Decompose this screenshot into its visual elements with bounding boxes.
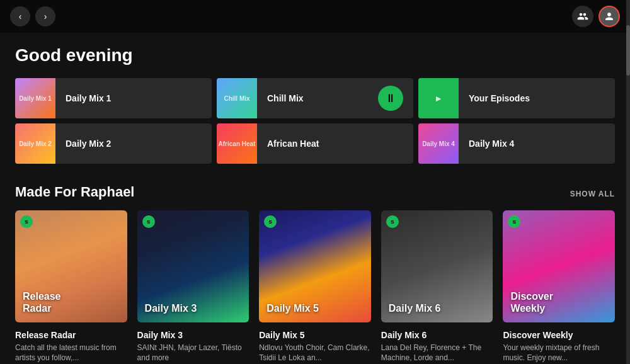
quick-thumb-chill-mix: Chill Mix	[217, 78, 257, 118]
quick-item-daily-mix-4[interactable]: Daily Mix 4 Daily Mix 4	[418, 123, 615, 164]
made-for-title: Made For Raphael	[15, 184, 134, 200]
quick-label-your-episodes: Your Episodes	[459, 93, 615, 103]
thumb-inner-african-heat: African Heat	[217, 123, 257, 164]
user-avatar-button[interactable]	[598, 6, 620, 27]
card-thumb-label-release-radar: ReleaseRadar	[23, 290, 61, 314]
spotify-dot-daily-mix-3: S	[142, 215, 155, 228]
show-all-button[interactable]: Show all	[570, 190, 615, 198]
quick-label-african-heat: African Heat	[257, 139, 413, 149]
card-thumb-inner-release-radar: ReleaseRadar	[15, 210, 127, 322]
made-for-section-header: Made For Raphael Show all	[15, 184, 615, 200]
card-thumb-inner-discover-weekly: DiscoverWeekly	[503, 210, 615, 322]
card-thumb-inner-daily-mix-3: Daily Mix 3	[137, 210, 249, 322]
card-desc-daily-mix-6: Lana Del Rey, Florence + The Machine, Lo…	[381, 343, 493, 364]
cards-row: S ReleaseRadar Release Radar Catch all t…	[15, 210, 615, 363]
card-daily-mix-3[interactable]: S Daily Mix 3 Daily Mix 3 SAINt JHN, Maj…	[137, 210, 249, 363]
card-thumb-label-daily-mix-6: Daily Mix 6	[389, 302, 441, 314]
card-desc-daily-mix-5: Ndlovu Youth Choir, Cam Clarke, Tsidii L…	[259, 343, 371, 364]
quick-item-african-heat[interactable]: African Heat African Heat	[217, 123, 413, 164]
thumb-inner-daily-mix-2: Daily Mix 2	[15, 123, 55, 164]
card-thumb-daily-mix-3: S Daily Mix 3	[137, 210, 249, 322]
card-title-daily-mix-3: Daily Mix 3	[137, 330, 249, 340]
quick-thumb-your-episodes: ▶	[418, 78, 459, 118]
quick-thumb-daily-mix-2: Daily Mix 2	[15, 123, 55, 164]
forward-button[interactable]: ›	[35, 6, 55, 26]
scrollbar-track[interactable]	[626, 0, 630, 364]
pause-button-chill-mix[interactable]: ⏸	[378, 86, 403, 111]
quick-item-your-episodes[interactable]: ▶ Your Episodes	[418, 78, 615, 118]
card-desc-release-radar: Catch all the latest music from artists …	[15, 343, 127, 364]
card-discover-weekly[interactable]: S DiscoverWeekly Discover Weekly Your we…	[503, 210, 615, 363]
scrollbar-thumb[interactable]	[626, 25, 630, 76]
quick-thumb-daily-mix-1: Daily Mix 1	[15, 78, 55, 118]
quick-item-chill-mix[interactable]: Chill Mix Chill Mix ⏸	[217, 78, 413, 118]
nav-buttons: ‹ ›	[10, 6, 55, 26]
card-title-release-radar: Release Radar	[15, 330, 127, 340]
card-thumb-discover-weekly: S DiscoverWeekly	[503, 210, 615, 322]
quick-thumb-african-heat: African Heat	[217, 123, 257, 164]
thumb-inner-your-episodes: ▶	[418, 78, 459, 118]
card-desc-discover-weekly: Your weekly mixtape of fresh music. Enjo…	[503, 343, 615, 364]
back-button[interactable]: ‹	[10, 6, 30, 26]
card-thumb-label-discover-weekly: DiscoverWeekly	[510, 290, 553, 314]
quick-access-grid: Daily Mix 1 Daily Mix 1 Chill Mix Chill …	[15, 78, 615, 164]
card-release-radar[interactable]: S ReleaseRadar Release Radar Catch all t…	[15, 210, 127, 363]
card-title-daily-mix-5: Daily Mix 5	[259, 330, 371, 340]
main-content: Good evening Daily Mix 1 Daily Mix 1 Chi…	[0, 33, 630, 364]
thumb-inner-daily-mix-1: Daily Mix 1	[15, 78, 55, 118]
quick-item-daily-mix-1[interactable]: Daily Mix 1 Daily Mix 1	[15, 78, 212, 118]
quick-label-daily-mix-4: Daily Mix 4	[459, 139, 615, 149]
thumb-inner-daily-mix-4: Daily Mix 4	[418, 123, 459, 164]
card-thumb-daily-mix-5: S Daily Mix 5	[259, 210, 371, 322]
card-title-daily-mix-6: Daily Mix 6	[381, 330, 493, 340]
card-desc-daily-mix-3: SAINt JHN, Major Lazer, Tiësto and more	[137, 343, 249, 364]
quick-item-daily-mix-2[interactable]: Daily Mix 2 Daily Mix 2	[15, 123, 212, 164]
header-right	[572, 6, 620, 27]
quick-label-daily-mix-1: Daily Mix 1	[55, 93, 212, 103]
thumb-inner-chill-mix: Chill Mix	[217, 78, 257, 118]
card-daily-mix-5[interactable]: S Daily Mix 5 Daily Mix 5 Ndlovu Youth C…	[259, 210, 371, 363]
quick-thumb-daily-mix-4: Daily Mix 4	[418, 123, 459, 164]
spotify-dot-release-radar: S	[20, 215, 33, 228]
friends-icon	[577, 11, 588, 22]
card-thumb-inner-daily-mix-5: Daily Mix 5	[259, 210, 371, 322]
spotify-dot-daily-mix-6: S	[386, 215, 399, 228]
card-title-discover-weekly: Discover Weekly	[503, 330, 615, 340]
card-thumb-daily-mix-6: S Daily Mix 6	[381, 210, 493, 322]
header: ‹ ›	[0, 0, 630, 33]
card-daily-mix-6[interactable]: S Daily Mix 6 Daily Mix 6 Lana Del Rey, …	[381, 210, 493, 363]
user-icon	[604, 11, 615, 22]
card-thumb-inner-daily-mix-6: Daily Mix 6	[381, 210, 493, 322]
card-thumb-label-daily-mix-3: Daily Mix 3	[145, 302, 197, 314]
friends-icon-button[interactable]	[572, 6, 593, 27]
quick-label-daily-mix-2: Daily Mix 2	[55, 139, 212, 149]
card-thumb-label-daily-mix-5: Daily Mix 5	[266, 302, 319, 314]
greeting-text: Good evening	[15, 45, 615, 65]
card-thumb-release-radar: S ReleaseRadar	[15, 210, 127, 322]
